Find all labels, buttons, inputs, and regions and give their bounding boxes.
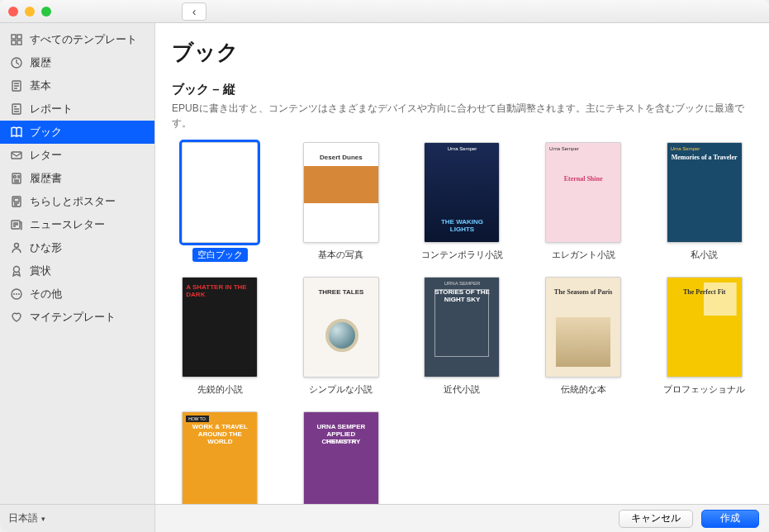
sidebar-item-grid[interactable]: すべてのテンプレート <box>0 28 154 51</box>
svg-point-13 <box>15 244 19 248</box>
template-item[interactable]: Urna SemperEternal Shineエレガント小説 <box>535 142 632 262</box>
svg-point-9 <box>14 176 17 178</box>
report-icon <box>10 102 23 116</box>
sidebar-item-doc[interactable]: 基本 <box>0 74 154 97</box>
titlebar: ‹ <box>0 0 769 23</box>
sidebar-item-label: 賞状 <box>30 264 51 278</box>
doc-icon <box>10 79 23 93</box>
news-icon <box>10 218 23 231</box>
resume-icon <box>10 172 23 185</box>
template-label: コンテンポラリ小説 <box>416 248 508 262</box>
sidebar-item-news[interactable]: ニュースレター <box>0 213 154 236</box>
sidebar-item-heart[interactable]: マイテンプレート <box>0 306 154 329</box>
template-thumbnail: Urna SemperEternal Shine <box>545 142 621 243</box>
template-label: 私小説 <box>686 248 723 262</box>
template-label: エレガント小説 <box>547 248 620 262</box>
sidebar-item-label: マイテンプレート <box>30 310 116 325</box>
svg-rect-0 <box>12 35 16 39</box>
section-title: ブック – 縦 <box>172 82 752 97</box>
clock-icon <box>10 56 23 69</box>
svg-rect-1 <box>17 35 21 39</box>
template-thumbnail: The Perfect Fit <box>667 277 743 378</box>
sidebar-item-label: すべてのテンプレート <box>30 32 137 47</box>
template-thumbnail: Urna SemperTHE WAKING LIGHTS <box>424 142 500 243</box>
sidebar-item-label: ブック <box>30 125 62 140</box>
award-icon <box>10 264 23 278</box>
sidebar: すべてのテンプレート履歴基本レポートブックレター履歴書ちらしとポスターニュースレ… <box>0 23 155 532</box>
language-selector[interactable]: 日本語 ▾ <box>0 504 154 532</box>
svg-rect-3 <box>17 40 21 45</box>
template-thumbnail: HOW TO:WORK & TRAVEL AROUND THE WORLD <box>182 411 258 504</box>
svg-point-14 <box>14 267 20 273</box>
template-item[interactable]: A SHATTER IN THE DARK先鋭的小説 <box>172 277 268 397</box>
svg-point-18 <box>18 293 20 295</box>
template-item[interactable]: Urna SemperMemories of a Traveler私小説 <box>656 142 752 262</box>
template-thumbnail: THREE TALES <box>303 277 379 378</box>
sidebar-item-report[interactable]: レポート <box>0 97 154 121</box>
sidebar-item-book[interactable]: ブック <box>0 121 154 144</box>
template-label: プロフェッショナル <box>658 382 750 397</box>
sidebar-item-clock[interactable]: 履歴 <box>0 51 154 74</box>
template-label: シンプルな小説 <box>304 382 377 397</box>
close-window-button[interactable] <box>8 7 18 17</box>
sidebar-item-resume[interactable]: 履歴書 <box>0 167 154 190</box>
ellipsis-icon <box>10 287 23 301</box>
person-icon <box>10 241 23 254</box>
sidebar-item-award[interactable]: 賞状 <box>0 259 154 283</box>
template-item[interactable]: The Perfect Fitプロフェッショナル <box>656 277 752 397</box>
create-button[interactable]: 作成 <box>701 510 759 528</box>
heart-icon <box>10 311 23 324</box>
template-item[interactable]: Urna SemperTHE WAKING LIGHTSコンテンポラリ小説 <box>414 142 510 262</box>
sidebar-item-poster[interactable]: ちらしとポスター <box>0 190 154 213</box>
svg-rect-11 <box>14 198 19 202</box>
template-label: 伝統的な本 <box>556 382 611 397</box>
sidebar-item-label: ちらしとポスター <box>30 194 116 209</box>
cancel-button[interactable]: キャンセル <box>619 510 693 528</box>
sidebar-item-ellipsis[interactable]: その他 <box>0 283 154 306</box>
template-label: 近代小説 <box>439 382 485 397</box>
template-thumbnail: URNA SEMPERSTORIES OF THE NIGHT SKY <box>424 277 500 378</box>
template-thumbnail: Urna SemperMemories of a Traveler <box>667 142 743 243</box>
sidebar-item-letter[interactable]: レター <box>0 144 154 167</box>
template-item[interactable]: The Seasons of Paris伝統的な本 <box>535 277 632 397</box>
template-label: 先鋭的小説 <box>192 382 248 397</box>
sidebar-item-label: 履歴書 <box>30 171 62 186</box>
sidebar-item-label: ニュースレター <box>30 217 105 232</box>
sidebar-item-label: レター <box>30 148 62 163</box>
template-item[interactable]: HOW TO:WORK & TRAVEL AROUND THE WORLD説明書 <box>172 411 268 504</box>
sidebar-item-person[interactable]: ひな形 <box>0 236 154 259</box>
grid-icon <box>10 33 23 46</box>
page-title: ブック <box>172 38 752 67</box>
letter-icon <box>10 149 23 162</box>
template-thumbnail: Desert Dunes <box>303 142 379 243</box>
language-label: 日本語 <box>8 511 38 525</box>
chevron-left-icon: ‹ <box>192 5 197 18</box>
template-label: 基本の写真 <box>313 248 368 262</box>
minimize-window-button[interactable] <box>25 7 35 17</box>
back-button[interactable]: ‹ <box>182 2 206 21</box>
template-item[interactable]: Desert Dunes基本の写真 <box>293 142 390 262</box>
template-item[interactable]: URNA SEMPER APPLIED CHEMISTRYFIRST EDITI… <box>293 411 390 504</box>
template-thumbnail: The Seasons of Paris <box>545 277 621 378</box>
template-item[interactable]: 空白ブック <box>172 142 268 262</box>
template-thumbnail: A SHATTER IN THE DARK <box>182 277 258 378</box>
template-item[interactable]: URNA SEMPERSTORIES OF THE NIGHT SKY近代小説 <box>414 277 510 397</box>
chevron-up-down-icon: ▾ <box>41 515 45 523</box>
template-thumbnail: URNA SEMPER APPLIED CHEMISTRYFIRST EDITI… <box>303 411 379 504</box>
maximize-window-button[interactable] <box>41 7 51 17</box>
sidebar-item-label: 履歴 <box>30 55 51 70</box>
footer-bar: キャンセル 作成 <box>155 504 769 532</box>
template-label: 空白ブック <box>192 248 248 262</box>
svg-rect-2 <box>12 40 16 45</box>
sidebar-item-label: レポート <box>30 102 73 116</box>
svg-rect-7 <box>12 152 21 159</box>
sidebar-item-label: ひな形 <box>30 240 62 255</box>
section-description: EPUBに書き出すと、コンテンツはさまざまなデバイスや方向に合わせて自動調整され… <box>172 101 752 131</box>
poster-icon <box>10 195 23 208</box>
content-area: ブック ブック – 縦 EPUBに書き出すと、コンテンツはさまざまなデバイスや方… <box>155 23 769 504</box>
template-item[interactable]: THREE TALESシンプルな小説 <box>293 277 390 397</box>
book-icon <box>10 126 23 139</box>
sidebar-item-label: その他 <box>30 287 62 302</box>
svg-point-17 <box>16 293 17 295</box>
template-thumbnail <box>182 142 258 243</box>
